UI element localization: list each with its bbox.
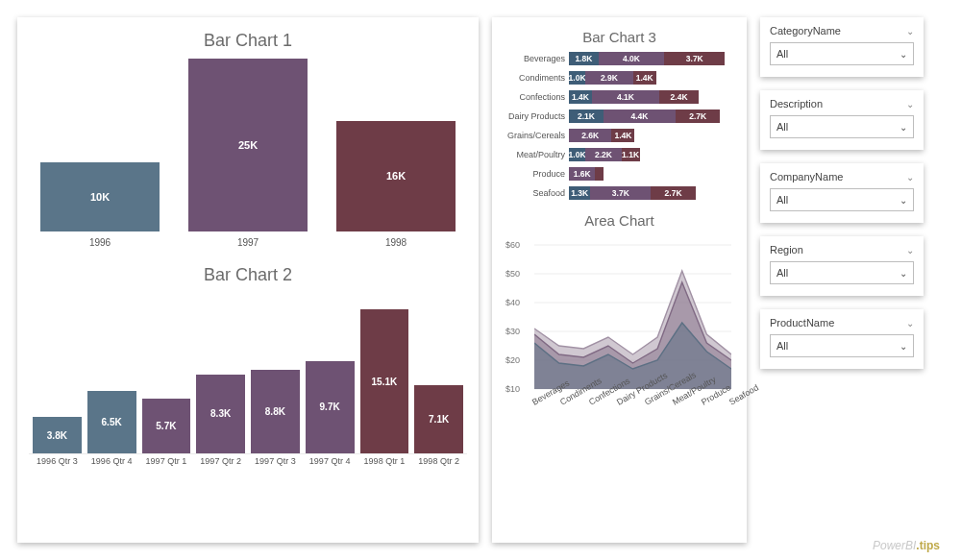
slicer-label: CategoryName bbox=[770, 25, 841, 37]
bar-segment: 1.0K bbox=[569, 148, 585, 161]
slicer-label: Region bbox=[770, 244, 803, 256]
bar: 8.3K bbox=[196, 375, 245, 453]
bar-segment: 2.1K bbox=[569, 110, 604, 123]
bar: 15.1K bbox=[360, 309, 409, 453]
slicer-value: All bbox=[776, 48, 788, 60]
bar: 6.5K bbox=[87, 391, 136, 453]
axis-label: 1997 Qtr 4 bbox=[306, 456, 355, 466]
chart1-title: Bar Chart 1 bbox=[31, 31, 465, 51]
slicer: CompanyName⌄All⌄ bbox=[760, 163, 924, 223]
slicer-dropdown[interactable]: All⌄ bbox=[770, 42, 914, 65]
axis-label: Confections bbox=[505, 92, 565, 102]
chevron-down-icon: ⌄ bbox=[899, 341, 907, 352]
chevron-down-icon: ⌄ bbox=[899, 195, 907, 206]
chevron-down-icon: ⌄ bbox=[906, 245, 914, 256]
bar-segment: 2.9K bbox=[585, 71, 633, 85]
slicer-value: All bbox=[776, 340, 788, 352]
bar-segment: 2.2K bbox=[585, 148, 622, 161]
axis-label: 1998 Qtr 2 bbox=[414, 456, 463, 466]
bar: 9.7K bbox=[306, 361, 355, 453]
axis-label: 1997 bbox=[237, 237, 259, 248]
axis-tick: $60 bbox=[505, 240, 520, 250]
axis-label: Produce bbox=[505, 169, 565, 179]
bar: 7.1K bbox=[414, 385, 463, 453]
slicer: Description⌄All⌄ bbox=[760, 90, 924, 150]
bar: 16K bbox=[336, 121, 456, 231]
axis-tick: $30 bbox=[505, 327, 520, 336]
bar-segment: 2.7K bbox=[651, 186, 695, 200]
chart2-title: Bar Chart 2 bbox=[31, 265, 465, 285]
slicer-dropdown[interactable]: All⌄ bbox=[770, 261, 914, 284]
axis-label: Condiments bbox=[505, 73, 565, 83]
bar: 25K bbox=[188, 59, 308, 231]
slicer: CategoryName⌄All⌄ bbox=[760, 17, 924, 77]
bar-chart-2: 3.8K6.5K5.7K8.3K8.8K9.7K15.1K7.1K bbox=[31, 295, 465, 453]
slicer: ProductName⌄All⌄ bbox=[760, 309, 924, 369]
chevron-down-icon: ⌄ bbox=[906, 26, 914, 37]
slicer-value: All bbox=[776, 267, 788, 279]
bar-segment: 1.8K bbox=[569, 52, 599, 65]
bar-segment bbox=[595, 167, 604, 181]
bar-segment: 4.0K bbox=[599, 52, 664, 65]
slicer-dropdown[interactable]: All⌄ bbox=[770, 188, 914, 211]
bar-segment: 2.7K bbox=[676, 110, 720, 123]
axis-label: 1997 Qtr 3 bbox=[251, 456, 300, 466]
bar-segment: 1.4K bbox=[611, 129, 634, 142]
slicer: Region⌄All⌄ bbox=[760, 236, 924, 296]
axis-tick: $50 bbox=[505, 269, 520, 279]
chevron-down-icon: ⌄ bbox=[899, 122, 907, 133]
chevron-down-icon: ⌄ bbox=[906, 172, 914, 183]
axis-label: Beverages bbox=[505, 54, 565, 63]
axis-label: 1997 Qtr 2 bbox=[196, 456, 245, 466]
bar-segment: 1.4K bbox=[569, 90, 592, 104]
slicer-value: All bbox=[776, 194, 788, 206]
bar-segment: 3.7K bbox=[664, 52, 725, 65]
slicer-dropdown[interactable]: All⌄ bbox=[770, 115, 914, 138]
bar: 8.8K bbox=[251, 370, 300, 453]
chart3-title: Bar Chart 3 bbox=[505, 29, 733, 45]
axis-label: Seafood bbox=[727, 382, 760, 406]
bar-segment: 1.0K bbox=[569, 71, 585, 85]
watermark: PowerBI.tips bbox=[873, 539, 940, 552]
bar-segment: 2.4K bbox=[659, 90, 699, 104]
bar-chart-3: Beverages1.8K4.0K3.7KCondiments1.0K2.9K1… bbox=[505, 51, 733, 201]
bar-chart-1: 10K199625K199716K1998 bbox=[31, 61, 465, 248]
bar: 10K bbox=[40, 162, 160, 231]
slicer-value: All bbox=[776, 121, 788, 133]
axis-label: Meat/Poultry bbox=[505, 150, 565, 159]
bar: 5.7K bbox=[142, 399, 191, 453]
slicer-dropdown[interactable]: All⌄ bbox=[770, 334, 914, 357]
axis-label: Dairy Products bbox=[505, 111, 565, 121]
chevron-down-icon: ⌄ bbox=[906, 318, 914, 329]
bar-segment: 1.4K bbox=[633, 71, 656, 85]
area-chart: $10$20$30$40$50$60BeveragesCondimentsCon… bbox=[505, 240, 733, 442]
chart4-title: Area Chart bbox=[505, 212, 733, 229]
bar-segment: 3.7K bbox=[590, 186, 651, 200]
bar-segment: 1.1K bbox=[622, 148, 640, 161]
chevron-down-icon: ⌄ bbox=[899, 49, 907, 60]
bar-segment: 2.6K bbox=[569, 129, 611, 142]
bar-segment: 1.3K bbox=[569, 186, 590, 200]
axis-label: 1998 bbox=[385, 237, 407, 248]
axis-label: 1998 Qtr 1 bbox=[360, 456, 409, 466]
chevron-down-icon: ⌄ bbox=[899, 268, 907, 279]
axis-label: 1996 Qtr 4 bbox=[87, 456, 136, 466]
axis-label: Grains/Cereals bbox=[505, 131, 565, 140]
slicer-label: Description bbox=[770, 98, 823, 110]
bar-segment: 4.4K bbox=[604, 110, 676, 123]
axis-label: 1996 bbox=[89, 237, 111, 248]
axis-tick: $20 bbox=[505, 355, 520, 365]
axis-tick: $40 bbox=[505, 298, 520, 307]
slicer-label: CompanyName bbox=[770, 171, 843, 183]
axis-label: Seafood bbox=[505, 188, 565, 198]
axis-tick: $10 bbox=[505, 384, 520, 394]
slicer-label: ProductName bbox=[770, 317, 834, 329]
bar: 3.8K bbox=[33, 417, 82, 453]
bar-segment: 4.1K bbox=[592, 90, 659, 104]
bar-segment: 1.6K bbox=[569, 167, 595, 181]
axis-label: 1997 Qtr 1 bbox=[142, 456, 191, 466]
axis-label: 1996 Qtr 3 bbox=[33, 456, 82, 466]
chevron-down-icon: ⌄ bbox=[906, 99, 914, 110]
